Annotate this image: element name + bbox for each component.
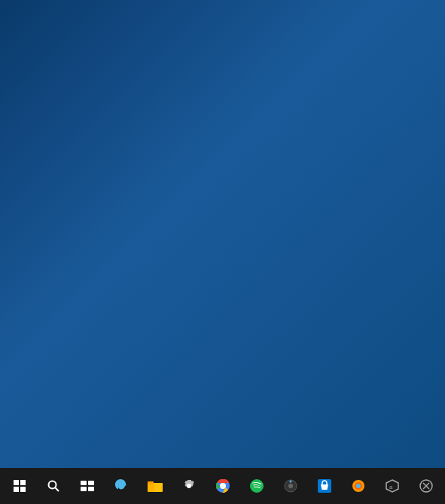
taskbar-search-button[interactable] [37, 469, 69, 502]
taskbar: a [0, 468, 445, 504]
spotify-icon [250, 479, 264, 493]
firefox-icon [352, 479, 365, 493]
start-button[interactable] [3, 469, 35, 502]
taskbar-extra1-button[interactable]: a [376, 469, 408, 502]
store-icon [318, 479, 331, 493]
chrome-button[interactable] [206, 469, 239, 502]
firefox-button[interactable] [342, 469, 374, 502]
svg-rect-28 [81, 487, 87, 491]
spotify-button[interactable] [240, 469, 273, 502]
svg-point-35 [250, 479, 264, 493]
taskbar-search-icon [47, 479, 60, 493]
svg-point-24 [48, 481, 56, 489]
windows-logo-icon [14, 480, 26, 492]
svg-point-42 [356, 484, 361, 488]
store-button[interactable] [308, 469, 340, 502]
taskbar-extra2-button[interactable] [410, 469, 442, 502]
svg-rect-26 [81, 481, 87, 485]
svg-point-38 [289, 481, 291, 483]
settings-button[interactable] [172, 469, 205, 502]
taskbar-extra1-icon: a [386, 479, 399, 493]
edge-button[interactable] [105, 469, 137, 502]
svg-text:a: a [389, 484, 393, 490]
svg-rect-32 [148, 481, 154, 484]
media-icon [284, 479, 297, 493]
edge-icon [114, 479, 128, 493]
task-view-button[interactable] [71, 469, 103, 502]
taskbar-extra2-icon [419, 479, 433, 493]
media-button[interactable] [274, 469, 306, 502]
task-view-icon [81, 481, 94, 491]
svg-rect-29 [88, 487, 94, 491]
file-explorer-button[interactable] [139, 469, 171, 502]
file-explorer-icon [148, 480, 163, 492]
svg-line-25 [55, 488, 59, 492]
svg-point-34 [220, 483, 226, 489]
svg-rect-27 [88, 481, 94, 485]
settings-icon [182, 479, 196, 493]
chrome-icon [216, 479, 230, 493]
svg-point-37 [288, 484, 293, 488]
desktop: ? Best match ··· [0, 0, 445, 504]
